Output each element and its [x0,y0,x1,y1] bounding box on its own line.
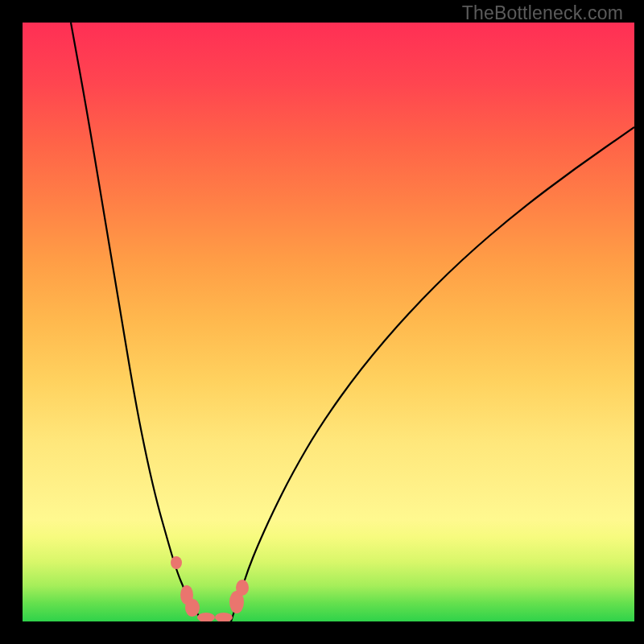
chart-frame: TheBottleneck.com [23,0,634,621]
plot-area [23,23,634,621]
left-curve [71,23,203,621]
data-patch [171,556,182,569]
watermark-label: TheBottleneck.com [462,2,623,24]
data-patch [236,580,249,596]
data-patch [185,599,200,617]
data-patch [197,613,215,621]
curves-layer [23,23,634,621]
patches-layer [171,556,249,621]
right-curve [231,127,634,621]
data-patch [215,613,233,621]
